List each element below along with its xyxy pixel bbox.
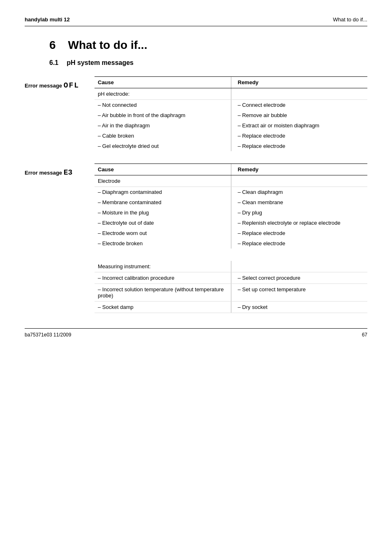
table-section-header: Measuring instrument: <box>95 261 367 272</box>
table-row: – Incorrect solution temperature (withou… <box>95 284 367 302</box>
remedy-cell: – Replace electrode <box>231 141 367 151</box>
cause-cell: – Air bubble in front of the diaphragm <box>95 110 231 120</box>
cause-cell: – Moisture in the plug <box>95 207 231 218</box>
remedy-cell: – Replace electrode <box>231 238 367 249</box>
measuring-table: Measuring instrument: – Incorrect calibr… <box>95 261 367 313</box>
page-header: handylab multi 12 What to do if... <box>25 16 367 26</box>
remedy-cell: – Extract air or moisten diaphragm <box>231 120 367 131</box>
footer-left: ba75371e03 11/2009 <box>25 332 71 338</box>
table-section-header: pH electrode: <box>95 88 367 100</box>
table-row: – Electrode worn out – Replace electrode <box>95 228 367 238</box>
cause-cell: – Electrolyte out of date <box>95 218 231 228</box>
error-e3-label: Error message E3 <box>25 164 95 177</box>
cause-cell: – Electrode broken <box>95 238 231 249</box>
table-row: – Cable broken – Replace electrode <box>95 131 367 141</box>
remedy-cell: – Clean membrane <box>231 197 367 207</box>
section-title: 6What to do if... <box>49 39 367 52</box>
table-row: – Socket damp – Dry socket <box>95 302 367 313</box>
remedy-cell: – Clean diaphragm <box>231 187 367 198</box>
cause-cell: – Electrode worn out <box>95 228 231 238</box>
cause-cell: – Gel electrolyte dried out <box>95 141 231 151</box>
error-e3-symbol: E3 <box>64 168 73 177</box>
cause-cell: – Diaphragm contaminated <box>95 187 231 198</box>
table-row: – Electrolyte out of date – Replenish el… <box>95 218 367 228</box>
remedy-cell: – Dry socket <box>231 302 367 313</box>
table-row: – Not connected – Connect electrode <box>95 100 367 111</box>
table-section-header: Electrode <box>95 175 367 187</box>
cause-cell: – Air in the diaphragm <box>95 120 231 131</box>
measuring-label: Measuring instrument: <box>95 261 231 272</box>
cause-cell: – Membrane contaminated <box>95 197 231 207</box>
cause-cell: – Incorrect solution temperature (withou… <box>95 284 231 302</box>
error-ofl-symbol: OFL <box>64 81 79 90</box>
remedy-header: Remedy <box>231 77 367 88</box>
table-row: – Air in the diaphragm – Extract air or … <box>95 120 367 131</box>
header-right: What to do if... <box>333 16 367 23</box>
remedy-cell: – Dry plug <box>231 207 367 218</box>
table-row: – Membrane contaminated – Clean membrane <box>95 197 367 207</box>
cause-cell: – Not connected <box>95 100 231 111</box>
error-ofl-label: Error message OFL <box>25 76 95 90</box>
electrode-label: Electrode <box>95 175 231 187</box>
remedy-header: Remedy <box>231 164 367 175</box>
cause-header: Cause <box>95 77 231 88</box>
error-ofl-table: Cause Remedy pH electrode: – Not connect… <box>95 76 367 151</box>
table-row: – Gel electrolyte dried out – Replace el… <box>95 141 367 151</box>
error-ofl-block: Error message OFL Cause Remedy pH electr… <box>25 76 367 151</box>
table-row: – Air bubble in front of the diaphragm –… <box>95 110 367 120</box>
table-row: – Electrode broken – Replace electrode <box>95 238 367 249</box>
remedy-cell: – Connect electrode <box>231 100 367 111</box>
table-row: – Diaphragm contaminated – Clean diaphra… <box>95 187 367 198</box>
header-left: handylab multi 12 <box>25 16 70 23</box>
remedy-cell: – Select correct procedure <box>231 272 367 284</box>
subsection-number: 6.1 <box>49 59 58 66</box>
subsection-title: 6.1pH system messages <box>49 59 367 67</box>
cause-header: Cause <box>95 164 231 175</box>
remedy-cell: – Replenish electrolyte or replace elect… <box>231 218 367 228</box>
page-footer: ba75371e03 11/2009 67 <box>25 328 367 338</box>
page: handylab multi 12 What to do if... 6What… <box>0 0 392 350</box>
table-row: – Moisture in the plug – Dry plug <box>95 207 367 218</box>
table-row: – Incorrect calibration procedure – Sele… <box>95 272 367 284</box>
ph-electrode-label: pH electrode: <box>95 88 231 100</box>
footer-page-number: 67 <box>362 332 367 338</box>
error-e3-table: Cause Remedy Electrode – Diaphragm conta… <box>95 164 367 249</box>
cause-cell: – Cable broken <box>95 131 231 141</box>
remedy-cell: – Replace electrode <box>231 228 367 238</box>
cause-cell: – Socket damp <box>95 302 231 313</box>
measuring-instrument-block: Measuring instrument: – Incorrect calibr… <box>95 261 367 313</box>
subsection-title-text: pH system messages <box>67 59 134 66</box>
section-title-text: What to do if... <box>68 39 148 51</box>
remedy-cell: – Set up correct temperature <box>231 284 367 302</box>
section-number: 6 <box>49 39 56 51</box>
remedy-cell: – Replace electrode <box>231 131 367 141</box>
error-e3-block: Error message E3 Cause Remedy Electrode … <box>25 164 367 249</box>
cause-cell: – Incorrect calibration procedure <box>95 272 231 284</box>
remedy-cell: – Remove air bubble <box>231 110 367 120</box>
